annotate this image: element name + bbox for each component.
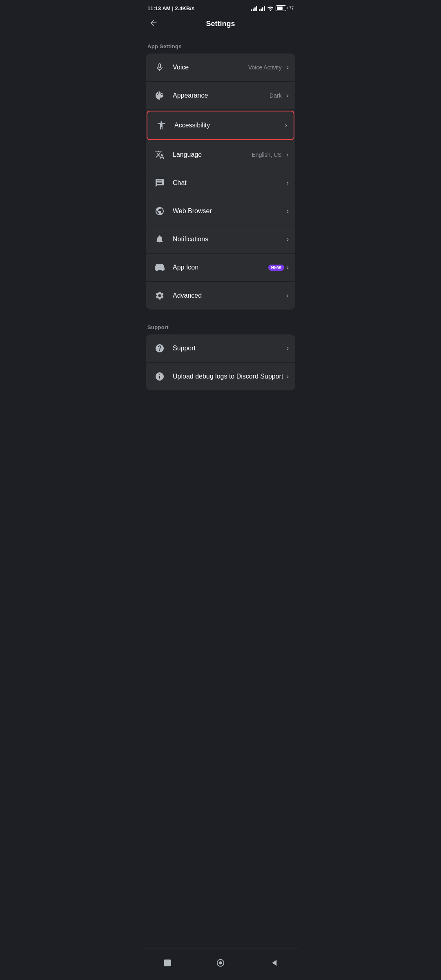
language-icon <box>155 150 165 160</box>
appearance-right: Dark › <box>270 92 289 99</box>
settings-item-upload-debug[interactable]: Upload debug logs to Discord Support › <box>146 363 295 390</box>
app-icon-chevron: › <box>287 264 289 271</box>
settings-item-accessibility[interactable]: Accessibility › <box>147 111 294 140</box>
support-content: Support <box>173 345 287 352</box>
voice-content: Voice <box>173 64 248 71</box>
advanced-icon-container <box>152 288 167 303</box>
status-bar: 11:13 AM | 2.4KB/s 77 <box>141 0 300 15</box>
signal-bars-2 <box>259 5 265 11</box>
upload-debug-chevron: › <box>287 373 289 380</box>
chat-right: › <box>287 179 289 187</box>
chat-chevron: › <box>287 179 289 187</box>
app-settings-label: App Settings <box>141 35 300 53</box>
language-right: English, US › <box>252 151 289 158</box>
upload-debug-icon-container <box>152 369 167 384</box>
appearance-label: Appearance <box>173 92 270 99</box>
support-card: Support › Upload debug logs to Discord S… <box>146 334 295 390</box>
new-badge: NEW <box>268 265 284 271</box>
settings-item-web-browser[interactable]: Web Browser › <box>146 197 295 225</box>
voice-chevron: › <box>287 64 289 71</box>
support-right: › <box>287 345 289 352</box>
battery-icon <box>276 5 286 11</box>
accessibility-icon <box>156 120 166 130</box>
appearance-content: Appearance <box>173 92 270 99</box>
web-browser-content: Web Browser <box>173 207 287 215</box>
app-icon-label: App Icon <box>173 264 268 271</box>
upload-debug-content: Upload debug logs to Discord Support <box>173 373 287 380</box>
upload-debug-right: › <box>287 373 289 380</box>
voice-right: Voice Activity › <box>248 64 289 71</box>
page-title: Settings <box>206 20 235 28</box>
bar2 <box>253 9 254 11</box>
notifications-content: Notifications <box>173 236 287 243</box>
advanced-chevron: › <box>287 292 289 299</box>
bar2 <box>261 9 262 11</box>
web-browser-right: › <box>287 207 289 215</box>
voice-icon-container <box>152 60 167 75</box>
discord-icon <box>155 263 165 272</box>
chat-icon <box>155 178 165 188</box>
chat-label: Chat <box>173 179 287 187</box>
accessibility-label: Accessibility <box>174 122 285 129</box>
gear-icon <box>155 291 165 301</box>
settings-item-app-icon[interactable]: App Icon NEW › <box>146 254 295 282</box>
battery-fill <box>277 7 283 10</box>
palette-icon <box>155 91 165 100</box>
bar4 <box>264 6 265 11</box>
accessibility-chevron: › <box>285 122 287 129</box>
voice-value: Voice Activity <box>248 64 282 71</box>
accessibility-right: › <box>285 122 287 129</box>
settings-item-support[interactable]: Support › <box>146 334 295 363</box>
language-label: Language <box>173 151 252 158</box>
settings-item-notifications[interactable]: Notifications › <box>146 225 295 254</box>
bar4 <box>256 6 257 11</box>
app-settings-card: Voice Voice Activity › Appearance Dark › <box>146 53 295 310</box>
appearance-icon-container <box>152 88 167 103</box>
microphone-icon <box>155 62 165 72</box>
signal-bars-1 <box>251 5 257 11</box>
web-browser-label: Web Browser <box>173 207 287 215</box>
support-icon-container <box>152 341 167 356</box>
notifications-right: › <box>287 236 289 243</box>
support-chevron: › <box>287 345 289 352</box>
app-icon-icon-container <box>152 260 167 275</box>
bell-icon <box>155 234 165 244</box>
web-browser-icon-container <box>152 204 167 218</box>
voice-label: Voice <box>173 64 248 71</box>
language-chevron: › <box>287 151 289 158</box>
chat-icon-container <box>152 176 167 190</box>
info-icon <box>155 372 165 381</box>
language-value: English, US <box>252 151 282 158</box>
chat-content: Chat <box>173 179 287 187</box>
accessibility-content: Accessibility <box>174 122 285 129</box>
support-label: Support <box>173 345 287 352</box>
globe-icon <box>155 206 165 216</box>
notifications-chevron: › <box>287 236 289 243</box>
status-time: 11:13 AM | 2.4KB/s <box>147 5 194 11</box>
settings-item-chat[interactable]: Chat › <box>146 169 295 197</box>
status-icons: 77 <box>251 5 294 11</box>
settings-item-advanced[interactable]: Advanced › <box>146 282 295 310</box>
back-button[interactable] <box>147 17 160 31</box>
settings-item-language[interactable]: Language English, US › <box>146 141 295 169</box>
app-icon-right: NEW › <box>268 264 289 271</box>
advanced-content: Advanced <box>173 292 287 299</box>
settings-item-voice[interactable]: Voice Voice Activity › <box>146 53 295 82</box>
settings-item-appearance[interactable]: Appearance Dark › <box>146 82 295 110</box>
web-browser-chevron: › <box>287 207 289 215</box>
notifications-icon-container <box>152 232 167 247</box>
advanced-label: Advanced <box>173 292 287 299</box>
advanced-right: › <box>287 292 289 299</box>
upload-debug-label: Upload debug logs to Discord Support <box>173 373 287 380</box>
appearance-value: Dark <box>270 92 282 99</box>
notifications-label: Notifications <box>173 236 287 243</box>
app-icon-content: App Icon <box>173 264 268 271</box>
battery-level: 77 <box>289 6 294 11</box>
support-section-label: Support <box>141 316 300 334</box>
language-icon-container <box>152 147 167 162</box>
bar1 <box>259 9 260 11</box>
appearance-chevron: › <box>287 92 289 99</box>
battery-tip <box>287 7 287 9</box>
wifi-icon <box>267 5 274 11</box>
bar3 <box>254 7 256 11</box>
